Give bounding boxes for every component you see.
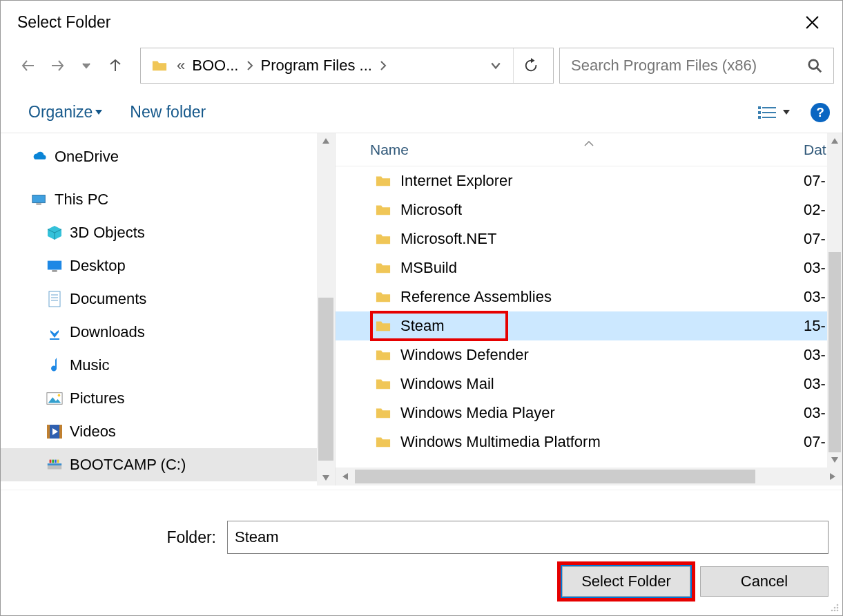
svg-line-6 — [817, 68, 821, 72]
scroll-down-icon[interactable] — [827, 452, 842, 468]
nav-arrows — [9, 53, 135, 78]
drive-icon — [46, 457, 63, 472]
svg-point-50 — [834, 610, 836, 612]
scroll-thumb[interactable] — [355, 470, 755, 483]
folder-icon — [152, 59, 167, 73]
search-input[interactable] — [571, 48, 807, 83]
chevron-down-icon — [783, 110, 790, 115]
toolbar: Organize New folder ? — [1, 92, 842, 133]
svg-rect-38 — [55, 460, 57, 463]
svg-marker-44 — [831, 138, 838, 144]
svg-point-46 — [837, 604, 839, 606]
scroll-thumb[interactable] — [829, 252, 841, 452]
organize-menu[interactable]: Organize — [28, 103, 102, 122]
tree-item-label: OneDrive — [55, 148, 119, 166]
file-row[interactable]: Microsoft02- — [336, 195, 842, 224]
svg-point-48 — [837, 607, 839, 609]
help-button[interactable]: ? — [811, 103, 830, 122]
file-row[interactable]: Reference Assemblies03- — [336, 282, 842, 311]
scroll-up-icon[interactable] — [827, 133, 842, 148]
svg-rect-35 — [48, 463, 61, 465]
file-list: Name Dat Internet Explorer07-Microsoft02… — [336, 133, 842, 485]
svg-rect-21 — [49, 291, 60, 307]
tree-item-music[interactable]: Music — [1, 349, 335, 382]
svg-rect-15 — [32, 195, 45, 203]
downloads-icon — [46, 325, 63, 340]
select-folder-button[interactable]: Select Folder — [562, 566, 690, 597]
svg-rect-39 — [57, 460, 59, 463]
view-mode-button[interactable] — [758, 105, 790, 120]
svg-marker-42 — [342, 473, 348, 480]
tree-item-documents[interactable]: Documents — [1, 282, 335, 316]
breadcrumb-seg-2[interactable]: Program Files ... — [258, 57, 375, 75]
scroll-right-icon[interactable] — [823, 468, 842, 485]
file-row[interactable]: Windows Multimedia Platform07- — [336, 427, 842, 456]
forward-button[interactable] — [45, 53, 70, 78]
scroll-left-icon[interactable] — [336, 468, 355, 485]
new-folder-button[interactable]: New folder — [130, 103, 206, 122]
list-view-icon — [758, 105, 777, 120]
sort-indicator-icon — [584, 133, 594, 150]
column-headers: Name Dat — [336, 133, 842, 166]
file-hscrollbar[interactable] — [336, 468, 842, 485]
file-row[interactable]: Microsoft.NET07- — [336, 224, 842, 253]
cancel-button[interactable]: Cancel — [700, 566, 829, 597]
recent-dropdown[interactable] — [74, 53, 99, 78]
tree-item-label: Videos — [70, 423, 116, 441]
tree-item-label: Desktop — [70, 257, 126, 275]
file-name: Microsoft — [400, 201, 804, 219]
address-bar[interactable]: « BOO... Program Files ... — [140, 48, 554, 84]
file-name: Windows Media Player — [400, 404, 804, 422]
back-button[interactable] — [16, 53, 41, 78]
svg-point-47 — [834, 607, 836, 609]
svg-point-29 — [58, 394, 61, 397]
tree-item-downloads[interactable]: Downloads — [1, 316, 335, 349]
breadcrumb-seg-1[interactable]: BOO... — [189, 57, 241, 75]
svg-rect-19 — [48, 261, 61, 270]
tree-item-label: This PC — [55, 191, 108, 209]
tree-item-videos[interactable]: Videos — [1, 415, 335, 448]
tree-item-label: Music — [70, 356, 109, 374]
tree-item-bootcamp-c-[interactable]: BOOTCAMP (C:) — [1, 448, 335, 481]
docs-icon — [46, 291, 63, 307]
tree-item-label: Downloads — [70, 323, 145, 341]
file-row[interactable]: Windows Mail03- — [336, 369, 842, 398]
organize-label: Organize — [28, 103, 93, 122]
svg-marker-7 — [95, 110, 102, 115]
tree-item-this-pc[interactable]: This PC — [1, 183, 335, 216]
tree-item-onedrive[interactable]: OneDrive — [1, 140, 335, 173]
pc-icon — [31, 192, 48, 207]
breadcrumb-prefix: « — [173, 57, 189, 75]
svg-marker-45 — [831, 457, 838, 463]
scroll-up-icon[interactable] — [317, 133, 335, 148]
folder-label: Folder: — [14, 528, 222, 547]
tree-scrollbar[interactable] — [317, 133, 335, 485]
tree-item-desktop[interactable]: Desktop — [1, 249, 335, 282]
up-button[interactable] — [103, 53, 128, 78]
svg-marker-25 — [50, 325, 59, 338]
scroll-down-icon[interactable] — [317, 470, 335, 485]
tree-item-pictures[interactable]: Pictures — [1, 382, 335, 415]
refresh-button[interactable] — [513, 48, 548, 83]
file-row[interactable]: Windows Media Player03- — [336, 398, 842, 427]
file-name: Steam — [400, 317, 804, 335]
svg-rect-31 — [47, 425, 50, 439]
file-vscrollbar[interactable] — [827, 133, 842, 468]
folder-name-input[interactable] — [227, 521, 829, 554]
scroll-thumb[interactable] — [318, 298, 333, 461]
tree-item-3d-objects[interactable]: 3D Objects — [1, 216, 335, 249]
search-box[interactable] — [559, 48, 834, 84]
resize-grip-icon[interactable] — [829, 601, 840, 613]
file-row[interactable]: Windows Defender03- — [336, 340, 842, 369]
address-history-dropdown[interactable] — [478, 48, 513, 83]
file-row[interactable]: Internet Explorer07- — [336, 166, 842, 195]
svg-rect-12 — [758, 116, 761, 119]
file-name: Windows Multimedia Platform — [400, 433, 804, 451]
file-row[interactable]: Steam15- — [336, 311, 842, 340]
svg-rect-36 — [50, 460, 52, 463]
videos-icon — [46, 424, 63, 439]
nav-tree: OneDriveThis PC3D ObjectsDesktopDocument… — [1, 133, 335, 485]
file-row[interactable]: MSBuild03- — [336, 253, 842, 282]
close-button[interactable] — [795, 6, 829, 39]
nav-row: « BOO... Program Files ... — [1, 44, 842, 92]
